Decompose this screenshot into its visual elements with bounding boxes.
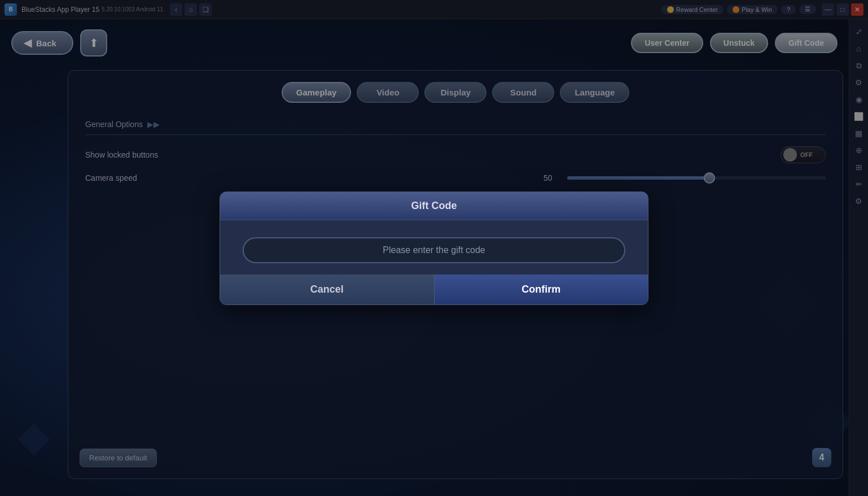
modal-overlay: Gift Code Cancel Confirm xyxy=(0,0,868,496)
modal-footer: Cancel Confirm xyxy=(220,275,648,304)
gift-code-input[interactable] xyxy=(243,237,625,263)
gift-code-modal: Gift Code Cancel Confirm xyxy=(220,192,648,305)
modal-title: Gift Code xyxy=(231,200,637,212)
confirm-button[interactable]: Confirm xyxy=(435,275,648,304)
modal-header: Gift Code xyxy=(220,192,648,220)
cancel-button[interactable]: Cancel xyxy=(220,275,435,304)
modal-body xyxy=(220,220,648,275)
